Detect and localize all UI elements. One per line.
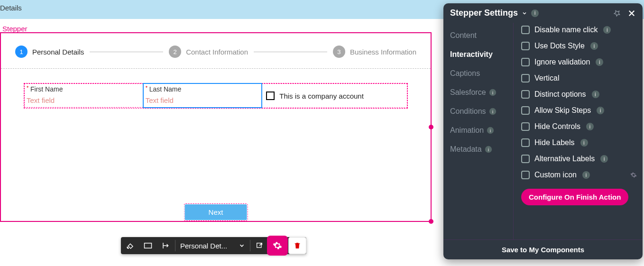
company-checkbox-row[interactable]: This is a company account xyxy=(262,83,407,108)
checkbox[interactable] xyxy=(521,171,530,179)
info-icon[interactable]: i xyxy=(596,58,603,66)
info-icon[interactable]: i xyxy=(600,155,608,163)
element-toolbar: Personal Det... xyxy=(121,237,306,254)
last-name-label: Last Name xyxy=(149,85,182,93)
step-2-title: Contact Information xyxy=(186,48,248,56)
step-selector-label: Personal Det... xyxy=(180,242,227,250)
settings-title: Stepper Settings xyxy=(450,8,518,18)
settings-tabs: Content Interactivity Captions Salesforc… xyxy=(443,23,514,239)
company-checkbox-label: This is a company account xyxy=(279,92,364,100)
checkbox[interactable] xyxy=(521,90,530,99)
info-icon[interactable]: i xyxy=(586,123,594,130)
tab-salesforce[interactable]: Salesforcei xyxy=(450,88,513,97)
info-icon: i xyxy=(489,89,496,96)
opt-hide-labels[interactable]: Hide Labels i xyxy=(521,138,637,147)
first-name-placeholder[interactable]: Text field xyxy=(27,96,141,104)
info-icon[interactable]: i xyxy=(582,171,590,179)
separator xyxy=(1,68,431,69)
step-connector xyxy=(90,52,163,52)
last-name-placeholder[interactable]: Text field xyxy=(146,96,260,104)
first-name-label: First Name xyxy=(30,85,63,93)
info-icon[interactable]: i xyxy=(603,26,611,34)
step-2[interactable]: 2 Contact Information xyxy=(169,46,248,58)
save-to-components-button[interactable]: Save to My Components xyxy=(443,239,643,259)
settings-button[interactable] xyxy=(268,237,286,254)
step-2-number: 2 xyxy=(169,46,181,58)
resize-handle-bottom-right[interactable] xyxy=(429,219,433,224)
tab-animation[interactable]: Animationi xyxy=(450,126,513,135)
svg-rect-3 xyxy=(257,243,261,248)
step-selector-dropdown[interactable]: Personal Det... xyxy=(175,237,250,254)
opt-alt-labels[interactable]: Alternative Labels i xyxy=(521,155,637,163)
next-button[interactable]: Next xyxy=(185,204,247,220)
selection-label: Stepper xyxy=(2,25,28,33)
paint-bucket-icon[interactable] xyxy=(121,237,139,254)
stepper-component[interactable]: 1 Personal Details 2 Contact Information… xyxy=(0,32,432,222)
tab-conditions[interactable]: Conditionsi xyxy=(450,107,513,116)
tab-content[interactable]: Content xyxy=(450,31,513,40)
info-icon[interactable]: i xyxy=(531,9,539,17)
info-icon: i xyxy=(487,127,494,134)
opt-distinct[interactable]: Distinct options i xyxy=(521,90,637,99)
gear-icon[interactable] xyxy=(630,172,637,178)
step-3-title: Business Information xyxy=(350,48,416,56)
last-name-field[interactable]: * Last Name Text field xyxy=(143,83,262,108)
checkbox[interactable] xyxy=(521,74,530,83)
close-icon[interactable] xyxy=(627,9,636,18)
first-name-field[interactable]: * First Name Text field xyxy=(24,83,143,108)
info-icon: i xyxy=(489,108,496,115)
opt-disable-name-click[interactable]: Disable name click i xyxy=(521,26,637,34)
settings-options: Disable name click i Use Dots Style i Ig… xyxy=(514,23,643,239)
info-icon: i xyxy=(485,146,492,153)
opt-use-dots[interactable]: Use Dots Style i xyxy=(521,42,637,50)
tab-metadata[interactable]: Metadatai xyxy=(450,145,513,154)
opt-vertical[interactable]: Vertical xyxy=(521,74,637,83)
required-marker: * xyxy=(27,85,28,91)
tab-interactivity[interactable]: Interactivity xyxy=(450,50,513,59)
form-row[interactable]: * First Name Text field * Last Name Text… xyxy=(24,83,408,109)
opt-custom-icon[interactable]: Custom icon i xyxy=(521,171,637,179)
opt-skip[interactable]: Allow Skip Steps i xyxy=(521,106,637,115)
step-connector xyxy=(254,52,327,52)
stepper-header: 1 Personal Details 2 Contact Information… xyxy=(1,33,431,68)
checkbox[interactable] xyxy=(521,58,530,66)
info-icon[interactable]: i xyxy=(597,107,604,114)
step-1[interactable]: 1 Personal Details xyxy=(15,46,84,58)
configure-onfinish-button[interactable]: Configure On Finish Action xyxy=(521,189,628,205)
checkbox[interactable] xyxy=(521,155,530,163)
chevron-down-icon xyxy=(239,242,245,249)
settings-panel: Stepper Settings i Content Interactivity… xyxy=(443,3,643,259)
step-1-title: Personal Details xyxy=(32,48,84,56)
page-title: Details xyxy=(0,4,22,12)
settings-header: Stepper Settings i xyxy=(443,3,643,23)
container-icon[interactable] xyxy=(139,237,157,254)
checkbox[interactable] xyxy=(521,122,530,131)
step-1-number: 1 xyxy=(15,46,28,58)
checkbox[interactable] xyxy=(521,138,530,147)
info-icon[interactable]: i xyxy=(592,91,599,98)
resize-handle-right[interactable] xyxy=(429,125,433,129)
chevron-down-icon[interactable] xyxy=(522,10,527,16)
align-icon[interactable] xyxy=(157,237,175,254)
pin-icon[interactable] xyxy=(613,9,621,17)
info-icon[interactable]: i xyxy=(590,42,598,50)
required-marker: * xyxy=(146,85,147,91)
info-icon[interactable]: i xyxy=(580,139,588,147)
opt-ignore-validation[interactable]: Ignore validation i xyxy=(521,58,637,66)
step-3-number: 3 xyxy=(333,46,345,58)
tab-captions[interactable]: Captions xyxy=(450,69,513,78)
open-external-icon[interactable] xyxy=(250,237,268,254)
svg-rect-0 xyxy=(145,243,152,248)
opt-hide-controls[interactable]: Hide Controls i xyxy=(521,122,637,131)
checkbox[interactable] xyxy=(521,42,530,50)
company-checkbox[interactable] xyxy=(266,92,275,100)
checkbox[interactable] xyxy=(521,26,530,34)
step-3[interactable]: 3 Business Information xyxy=(333,46,416,58)
delete-button[interactable] xyxy=(288,237,306,254)
checkbox[interactable] xyxy=(521,106,530,115)
